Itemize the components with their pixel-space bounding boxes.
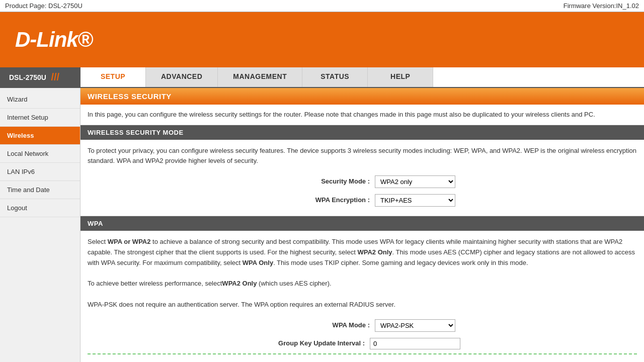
- nav-tabs: DSL-2750U /// SETUP ADVANCED MANAGEMENT …: [0, 67, 644, 88]
- security-mode-desc: To protect your privacy, you can configu…: [88, 146, 637, 167]
- tab-advanced[interactable]: ADVANCED: [146, 67, 218, 87]
- firmware-label: Firmware Version:IN_1.02: [564, 2, 639, 10]
- sidebar-item-logout[interactable]: Logout: [0, 199, 80, 217]
- header: D-Link®: [0, 12, 644, 67]
- logo-tm: ®: [78, 28, 93, 51]
- sidebar-item-wizard[interactable]: Wizard: [0, 90, 80, 109]
- wpa-desc3: WPA-PSK does not require an authenticati…: [88, 300, 637, 310]
- sidebar: Wizard Internet Setup Wireless Local Net…: [0, 88, 80, 362]
- page-description: In this page, you can configure the wire…: [80, 105, 644, 125]
- main-layout: Wizard Internet Setup Wireless Local Net…: [0, 88, 644, 362]
- content-area: WIRELESS SECURITY In this page, you can …: [80, 88, 644, 362]
- logo-text: D-Link: [15, 28, 78, 51]
- tab-setup[interactable]: SETUP: [80, 67, 146, 87]
- page-title: WIRELESS SECURITY: [80, 88, 644, 105]
- tab-status[interactable]: STATUS: [302, 67, 368, 87]
- security-mode-body: To protect your privacy, you can configu…: [80, 140, 644, 217]
- wpa-mode-select[interactable]: WPA2-PSK WPA-PSK WPA2-EAP WPA-EAP: [375, 319, 455, 332]
- security-mode-select[interactable]: WPA2 only WPA only WPA+WPA2 WEP None: [375, 175, 455, 188]
- sidebar-item-wireless[interactable]: Wireless: [0, 127, 80, 145]
- security-mode-label: Security Mode :: [269, 176, 370, 187]
- wpa-header: WPA: [80, 216, 644, 231]
- wpa-encryption-label: WPA Encryption :: [269, 195, 370, 206]
- group-key-label: Group Key Update Interval :: [264, 338, 365, 349]
- wpa-mode-label: WPA Mode :: [269, 320, 370, 331]
- top-bar: Product Page: DSL-2750U Firmware Version…: [0, 0, 644, 12]
- wpa-desc1: Select WPA or WPA2 to achieve a balance …: [88, 237, 637, 268]
- wpa-desc2: To achieve better wireless performance, …: [88, 279, 637, 289]
- sidebar-item-internet-setup[interactable]: Internet Setup: [0, 109, 80, 127]
- brand-slashes: ///: [48, 71, 59, 83]
- brand-name: DSL-2750U: [9, 73, 46, 81]
- product-label: Product Page: DSL-2750U: [5, 2, 83, 10]
- tab-management[interactable]: MANAGEMENT: [218, 67, 302, 87]
- wpa-encryption-select[interactable]: TKIP+AES AES TKIP: [375, 194, 455, 207]
- sidebar-item-local-network[interactable]: Local Network: [0, 145, 80, 163]
- tab-help[interactable]: HELP: [368, 67, 433, 87]
- wpa-body: Select WPA or WPA2 to achieve a balance …: [80, 231, 644, 360]
- logo: D-Link®: [15, 28, 93, 52]
- sidebar-item-time-date[interactable]: Time and Date: [0, 181, 80, 199]
- sidebar-item-lan-ipv6[interactable]: LAN IPv6: [0, 163, 80, 181]
- brand-tab: DSL-2750U ///: [0, 67, 80, 87]
- security-mode-header: WIRELESS SECURITY MODE: [80, 125, 644, 140]
- group-key-input[interactable]: [370, 338, 460, 349]
